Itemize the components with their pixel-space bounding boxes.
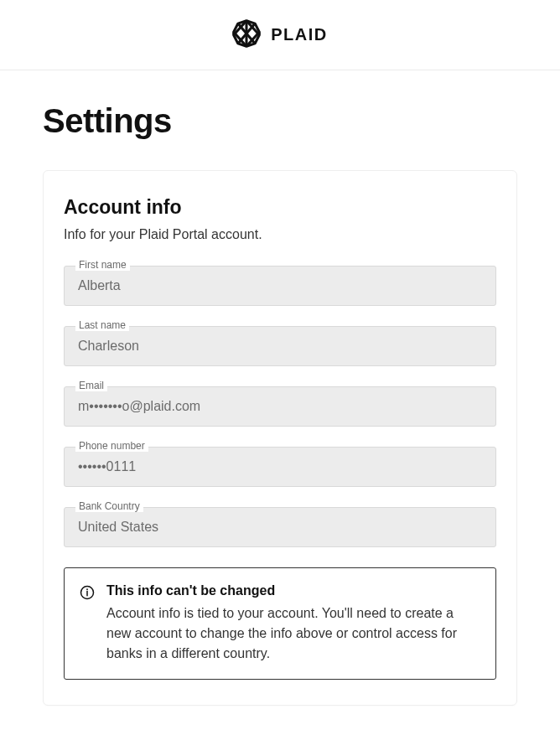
first-name-label: First name	[75, 259, 130, 271]
page-title: Settings	[43, 102, 517, 140]
bank-country-label: Bank Country	[75, 500, 143, 512]
app-header: PLAID	[0, 0, 560, 70]
info-notice-text: Account info is tied to your account. Yo…	[106, 603, 480, 664]
phone-field-wrap: Phone number	[64, 447, 496, 487]
svg-point-11	[86, 588, 88, 590]
info-icon	[80, 585, 95, 603]
brand-logo: PLAID	[232, 19, 328, 51]
info-notice-body: This info can't be changed Account info …	[106, 583, 480, 664]
account-info-description: Info for your Plaid Portal account.	[64, 227, 496, 242]
first-name-field[interactable]	[64, 266, 496, 306]
page-content: Settings Account info Info for your Plai…	[0, 70, 560, 706]
email-label: Email	[75, 380, 107, 391]
bank-country-field-wrap: Bank Country	[64, 507, 496, 547]
brand-wordmark: PLAID	[271, 25, 328, 44]
account-info-heading: Account info	[64, 196, 496, 219]
account-info-card: Account info Info for your Plaid Portal …	[43, 170, 517, 706]
info-notice: This info can't be changed Account info …	[64, 567, 496, 680]
first-name-field-wrap: First name	[64, 266, 496, 306]
account-info-fields: First name Last name Email Phone number …	[64, 266, 496, 547]
phone-field[interactable]	[64, 447, 496, 487]
email-field[interactable]	[64, 386, 496, 427]
bank-country-field[interactable]	[64, 507, 496, 547]
info-notice-title: This info can't be changed	[106, 583, 480, 598]
last-name-label: Last name	[75, 319, 129, 331]
email-field-wrap: Email	[64, 386, 496, 427]
last-name-field[interactable]	[64, 326, 496, 366]
plaid-logo-icon	[232, 19, 261, 51]
last-name-field-wrap: Last name	[64, 326, 496, 366]
phone-label: Phone number	[75, 440, 148, 452]
